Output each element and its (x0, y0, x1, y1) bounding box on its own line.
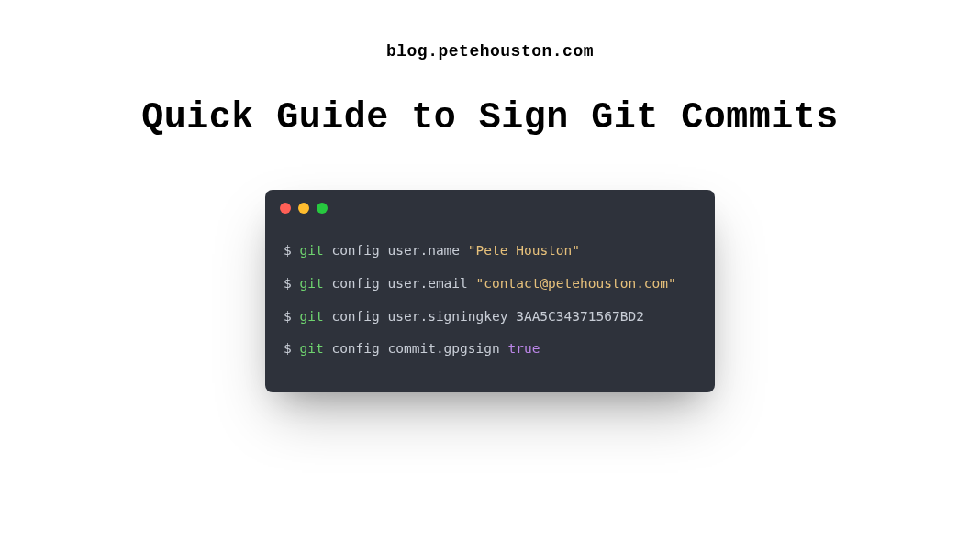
cmd-git: git (299, 243, 323, 258)
cmd-bool: true (507, 341, 540, 356)
terminal-titlebar (265, 190, 715, 217)
prompt: $ (284, 341, 299, 356)
cmd-string: "Pete Houston" (468, 243, 580, 258)
cmd-string: "contact@petehouston.com" (476, 276, 676, 291)
terminal-body: $ git config user.name "Pete Houston" $ … (265, 217, 715, 392)
cmd-git: git (299, 309, 323, 324)
cmd-args: config commit.gpgsign (324, 341, 508, 356)
terminal-line: $ git config user.name "Pete Houston" (284, 241, 696, 261)
prompt: $ (284, 276, 299, 291)
cmd-git: git (299, 276, 323, 291)
cmd-args: config user.signingkey 3AA5C34371567BD2 (324, 309, 644, 324)
prompt: $ (284, 243, 299, 258)
window-minimize-dot (298, 203, 309, 214)
window-zoom-dot (317, 203, 328, 214)
window-close-dot (280, 203, 291, 214)
cmd-args: config user.name (324, 243, 468, 258)
terminal-line: $ git config user.email "contact@petehou… (284, 274, 696, 294)
cmd-git: git (299, 341, 323, 356)
terminal-line: $ git config user.signingkey 3AA5C343715… (284, 307, 696, 327)
terminal-line: $ git config commit.gpgsign true (284, 339, 696, 359)
page-title: Quick Guide to Sign Git Commits (141, 97, 839, 138)
terminal-window: $ git config user.name "Pete Houston" $ … (265, 190, 715, 392)
cmd-args: config user.email (324, 276, 476, 291)
site-url: blog.petehouston.com (386, 42, 594, 61)
prompt: $ (284, 309, 299, 324)
